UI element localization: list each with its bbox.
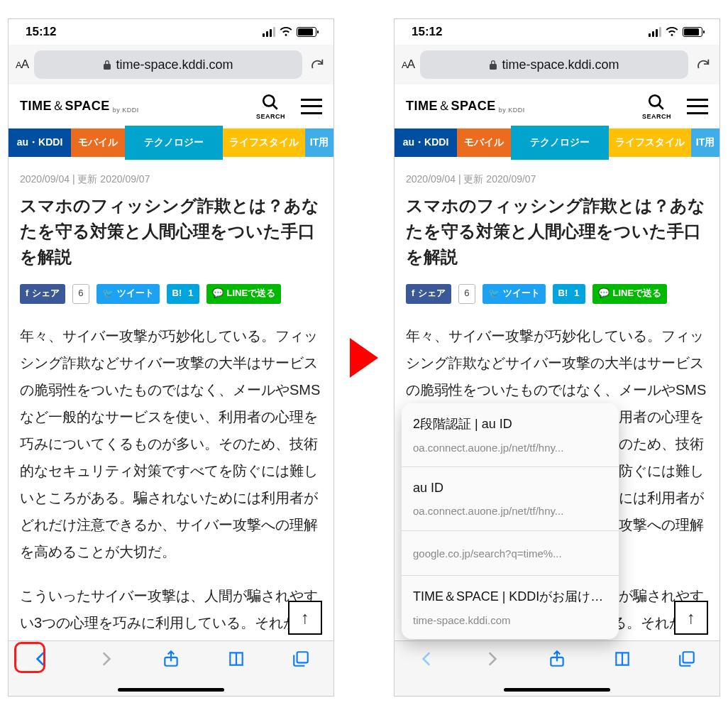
share-facebook-count: 6: [72, 284, 89, 304]
history-item[interactable]: 2段階認証 | au ID oa.connect.auone.jp/net/tf…: [402, 403, 619, 467]
menu-button[interactable]: [687, 99, 708, 114]
tab-au-kddi[interactable]: au・KDDI: [9, 129, 71, 157]
history-item[interactable]: google.co.jp/search?q=time%...: [402, 531, 619, 577]
share-hatena[interactable]: B!1: [553, 284, 585, 304]
site-logo[interactable]: TIME＆SPACEby KDDI: [406, 97, 525, 115]
share-facebook[interactable]: fシェア: [406, 284, 451, 304]
phone-left: 15:12 AA time-space.kddi.com TIME＆SPACEb…: [8, 18, 334, 697]
category-tabs: au・KDDI モバイル テクノロジー ライフスタイル IT用: [395, 129, 719, 157]
battery-icon: [297, 27, 316, 37]
share-facebook[interactable]: fシェア: [20, 284, 65, 304]
menu-button[interactable]: [301, 99, 322, 114]
share-twitter[interactable]: 🐦ツイート: [96, 284, 160, 304]
search-button[interactable]: SEARCH: [256, 93, 285, 120]
tab-it[interactable]: IT用: [305, 129, 333, 157]
wifi-icon: [280, 27, 292, 37]
text-size-button[interactable]: AA: [402, 58, 414, 72]
safari-toolbar: [395, 640, 719, 696]
forward-button[interactable]: [96, 650, 115, 671]
svg-rect-5: [683, 652, 694, 662]
tab-au-kddi[interactable]: au・KDDI: [395, 129, 457, 157]
article-content: 2020/09/04 | 更新 2020/09/07 スマホのフィッシング詐欺と…: [395, 157, 719, 696]
scroll-top-button[interactable]: ↑: [674, 601, 708, 635]
history-item[interactable]: TIME＆SPACE | KDDIがお届け… time-space.kddi.c…: [402, 576, 619, 639]
tab-technology[interactable]: テクノロジー: [511, 126, 609, 160]
status-icons: [263, 27, 316, 37]
tabs-button[interactable]: [678, 650, 696, 671]
search-button[interactable]: SEARCH: [642, 93, 671, 120]
status-time: 15:12: [26, 25, 56, 39]
article-title: スマホのフィッシング詐欺とは？あなたを守る対策と人間心理をついた手口を解説: [406, 193, 708, 270]
back-history-popup: 2段階認証 | au ID oa.connect.auone.jp/net/tf…: [402, 403, 619, 639]
url-field[interactable]: time-space.kddi.com: [420, 50, 688, 79]
battery-icon: [683, 27, 702, 37]
lock-icon: [103, 60, 111, 70]
share-line[interactable]: 💬LINEで送る: [592, 284, 668, 304]
reload-button[interactable]: [694, 57, 712, 72]
article-content: 2020/09/04 | 更新 2020/09/07 スマホのフィッシング詐欺と…: [9, 157, 333, 696]
wifi-icon: [666, 27, 678, 37]
safari-address-bar: AA time-space.kddi.com: [9, 45, 333, 84]
history-item[interactable]: au ID oa.connect.auone.jp/net/tf/hny...: [402, 467, 619, 531]
category-tabs: au・KDDI モバイル テクノロジー ライフスタイル IT用: [9, 129, 333, 157]
svg-point-3: [650, 95, 661, 106]
share-button[interactable]: [548, 650, 566, 671]
search-icon: [261, 93, 280, 111]
reload-button[interactable]: [308, 57, 326, 72]
lock-icon: [489, 60, 497, 70]
tabs-button[interactable]: [292, 650, 310, 671]
url-text: time-space.kddi.com: [502, 58, 619, 72]
cellular-icon: [263, 27, 275, 37]
tab-technology[interactable]: テクノロジー: [125, 126, 223, 160]
article-body: 年々、サイバー攻撃が巧妙化している。フィッシング詐欺などサイバー攻撃の大半はサー…: [20, 322, 322, 663]
svg-rect-2: [297, 652, 308, 662]
url-text: time-space.kddi.com: [116, 58, 233, 72]
transition-arrow-icon: [350, 338, 378, 378]
tab-mobile[interactable]: モバイル: [457, 129, 511, 157]
article-date: 2020/09/04 | 更新 2020/09/07: [20, 170, 322, 189]
bookmarks-button[interactable]: [613, 650, 632, 671]
text-size-button[interactable]: AA: [16, 58, 28, 72]
scroll-top-button[interactable]: ↑: [288, 601, 322, 635]
share-facebook-count: 6: [458, 284, 475, 304]
status-time: 15:12: [412, 25, 442, 39]
safari-toolbar: [9, 640, 333, 696]
home-indicator[interactable]: [118, 688, 224, 692]
search-icon: [647, 93, 666, 111]
back-button[interactable]: [32, 650, 50, 671]
bookmarks-button[interactable]: [227, 650, 246, 671]
share-row: fシェア 6 🐦ツイート B!1 💬LINEで送る: [406, 284, 708, 304]
status-bar: 15:12: [395, 19, 719, 45]
site-logo[interactable]: TIME＆SPACEby KDDI: [20, 97, 139, 115]
share-button[interactable]: [162, 650, 180, 671]
share-twitter[interactable]: 🐦ツイート: [482, 284, 546, 304]
url-field[interactable]: time-space.kddi.com: [34, 50, 302, 79]
tab-lifestyle[interactable]: ライフスタイル: [609, 129, 691, 157]
share-hatena[interactable]: B!1: [167, 284, 199, 304]
status-bar: 15:12: [9, 19, 333, 45]
tab-it[interactable]: IT用: [691, 129, 719, 157]
status-icons: [649, 27, 702, 37]
cellular-icon: [649, 27, 661, 37]
forward-button[interactable]: [482, 650, 501, 671]
article-title: スマホのフィッシング詐欺とは？あなたを守る対策と人間心理をついた手口を解説: [20, 193, 322, 270]
home-indicator[interactable]: [504, 688, 610, 692]
svg-point-0: [264, 95, 275, 106]
tab-mobile[interactable]: モバイル: [71, 129, 125, 157]
tab-lifestyle[interactable]: ライフスタイル: [223, 129, 305, 157]
share-row: fシェア 6 🐦ツイート B!1 💬LINEで送る: [20, 284, 322, 304]
article-date: 2020/09/04 | 更新 2020/09/07: [406, 170, 708, 189]
share-line[interactable]: 💬LINEで送る: [206, 284, 282, 304]
site-header: TIME＆SPACEby KDDI SEARCH: [9, 84, 333, 129]
site-header: TIME＆SPACEby KDDI SEARCH: [395, 84, 719, 129]
phone-right: 15:12 AA time-space.kddi.com TIME＆SPACEb…: [394, 18, 720, 697]
back-button[interactable]: [418, 650, 436, 671]
safari-address-bar: AA time-space.kddi.com: [395, 45, 719, 84]
